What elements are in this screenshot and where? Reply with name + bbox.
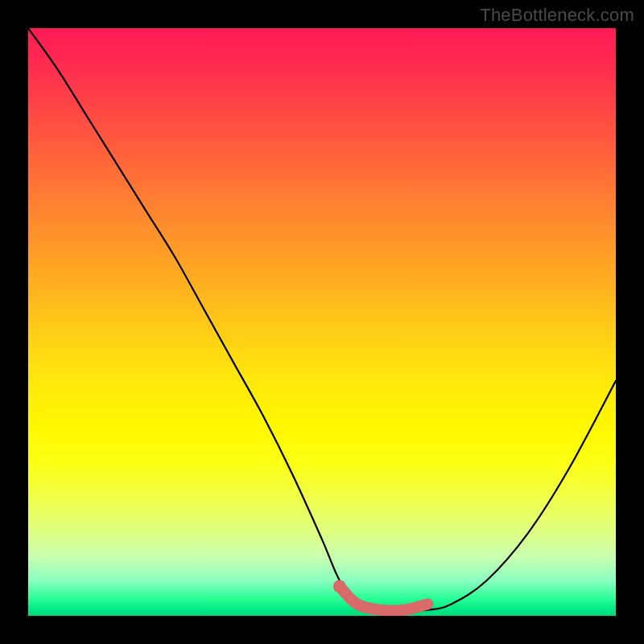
highlight-band xyxy=(340,587,428,611)
highlight-start-dot xyxy=(333,580,346,593)
chart-svg xyxy=(28,28,616,616)
watermark-label: TheBottleneck.com xyxy=(480,5,634,26)
bottleneck-curve xyxy=(28,28,616,610)
plot-area xyxy=(28,28,616,616)
